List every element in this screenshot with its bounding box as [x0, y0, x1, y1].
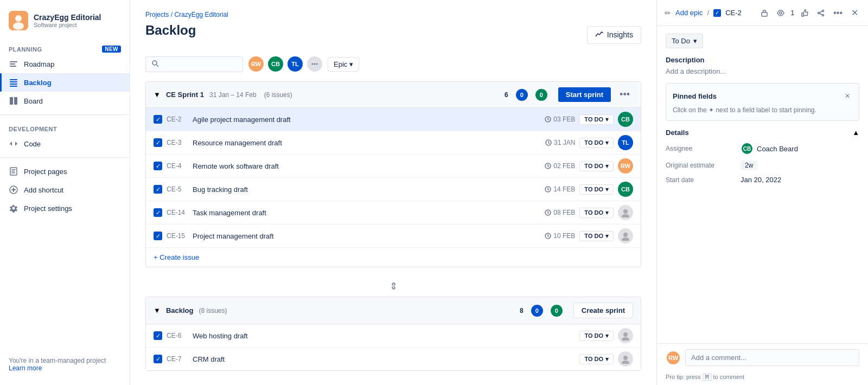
sprint-collapse-icon[interactable]: ▼: [154, 91, 161, 99]
issue-status-ce3[interactable]: TO DO ▾: [579, 138, 614, 148]
description-placeholder[interactable]: Add a description...: [666, 67, 859, 75]
breadcrumb-project[interactable]: CrazyEgg Editorial: [174, 11, 228, 18]
issue-row-ce2[interactable]: ✓ CE-2 Agile project management draft 03…: [146, 108, 641, 131]
assignee-avatar[interactable]: CB: [741, 142, 754, 155]
breadcrumb: Projects / CrazyEgg Editorial: [145, 11, 641, 18]
avatar-more[interactable]: [306, 55, 323, 73]
watch-button[interactable]: [775, 7, 787, 19]
start-date-value: Jan 20, 2022: [741, 176, 781, 184]
detail-row-estimate: Original estimate 2w: [666, 161, 859, 170]
thumbs-up-button[interactable]: [799, 7, 810, 19]
details-header[interactable]: Details ▲: [666, 129, 859, 137]
search-box[interactable]: [145, 56, 243, 72]
avatar-cb[interactable]: CB: [267, 55, 284, 73]
assignee-name: Coach Beard: [757, 145, 798, 153]
pinned-fields-title: Pinned fields: [673, 92, 717, 100]
issue-assignee-ce6[interactable]: [618, 328, 633, 343]
insights-label: Insights: [607, 30, 633, 39]
panel-checkbox: ✓: [713, 9, 721, 17]
svg-point-36: [623, 356, 628, 360]
sidebar-item-board[interactable]: Board: [0, 92, 130, 110]
avatar-tl[interactable]: TL: [286, 55, 304, 73]
avatar-group: RW CB TL: [247, 55, 323, 73]
issue-status-ce15[interactable]: TO DO ▾: [579, 231, 614, 241]
issue-title-ce2: Agile project management draft: [193, 116, 540, 124]
svg-point-2: [13, 22, 24, 30]
svg-rect-4: [10, 63, 15, 65]
search-input[interactable]: [162, 60, 237, 68]
issue-assignee-ce3[interactable]: TL: [618, 135, 633, 150]
status-dropdown[interactable]: To Do ▾: [666, 34, 703, 48]
insights-button[interactable]: Insights: [587, 26, 641, 44]
estimate-label: Original estimate: [666, 162, 736, 169]
pro-tip-key: M: [703, 373, 712, 381]
search-icon: [151, 60, 159, 69]
close-pinned-button[interactable]: ✕: [843, 90, 852, 102]
issue-id-ce6: CE-6: [167, 332, 188, 339]
svg-rect-18: [11, 189, 16, 190]
more-options-button[interactable]: •••: [831, 6, 845, 20]
lock-button[interactable]: [758, 7, 770, 19]
issue-assignee-ce14[interactable]: [618, 205, 633, 220]
edit-icon[interactable]: ✏: [665, 9, 671, 17]
issue-row-ce4[interactable]: ✓ CE-4 Remote work software draft 02 FEB…: [146, 155, 641, 178]
issue-row-ce15[interactable]: ✓ CE-15 Project management draft 10 FEB …: [146, 224, 641, 248]
svg-point-42: [818, 12, 820, 14]
sidebar-item-project-settings[interactable]: Project settings: [0, 199, 130, 217]
issue-assignee-ce2[interactable]: CB: [618, 112, 633, 127]
sprint-badge-blue: 0: [516, 89, 528, 101]
svg-rect-13: [11, 169, 16, 170]
avatar-rw[interactable]: RW: [247, 55, 265, 73]
sidebar-divider-1: [0, 114, 130, 115]
comment-input[interactable]: Add a comment...: [685, 349, 859, 366]
pin-icon: ✦: [709, 106, 716, 114]
start-sprint-button[interactable]: Start sprint: [558, 87, 611, 102]
issue-date-ce4: 02 FEB: [545, 162, 575, 170]
panel-divider: /: [707, 9, 710, 17]
epic-dropdown[interactable]: Epic ▾: [328, 57, 359, 72]
issue-row-ce6[interactable]: ✓ CE-6 Web hosting draft TO DO ▾: [146, 324, 641, 348]
issue-assignee-ce15[interactable]: [618, 228, 633, 243]
sidebar: CrazyEgg Editorial Software project PLAN…: [0, 0, 130, 385]
svg-rect-8: [10, 84, 17, 85]
new-badge: NEW: [102, 46, 121, 53]
issue-title-ce4: Remote work software draft: [193, 162, 540, 170]
sprint-header: ▼ CE Sprint 1 31 Jan – 14 Feb (6 issues)…: [146, 82, 641, 108]
issue-row-ce14[interactable]: ✓ CE-14 Task management draft 08 FEB TO …: [146, 201, 641, 224]
issue-status-ce14[interactable]: TO DO ▾: [579, 208, 614, 218]
panel-add-epic[interactable]: Add epic: [675, 9, 703, 17]
issue-status-ce6[interactable]: TO DO ▾: [579, 331, 614, 341]
issue-row-ce3[interactable]: ✓ CE-3 Resource management draft 31 JAN …: [146, 131, 641, 155]
detail-row-assignee: Assignee CB Coach Beard: [666, 142, 859, 155]
svg-point-29: [623, 209, 628, 214]
issue-row-ce7[interactable]: ✓ CE-7 CRM draft TO DO ▾: [146, 348, 641, 370]
sprint-more-button[interactable]: •••: [616, 88, 633, 101]
sidebar-item-backlog[interactable]: Backlog: [0, 73, 130, 92]
details-chevron: ▲: [852, 129, 859, 137]
estimate-badge: 2w: [741, 161, 757, 170]
sidebar-item-project-pages[interactable]: Project pages: [0, 162, 130, 181]
sidebar-item-add-shortcut[interactable]: Add shortcut: [0, 181, 130, 199]
create-sprint-button[interactable]: Create sprint: [573, 303, 633, 318]
issue-status-ce2[interactable]: TO DO ▾: [579, 114, 614, 125]
issue-assignee-ce5[interactable]: CB: [618, 182, 633, 197]
close-panel-button[interactable]: ✕: [849, 5, 860, 20]
issue-status-ce7[interactable]: TO DO ▾: [579, 354, 614, 364]
issue-assignee-ce7[interactable]: [618, 351, 633, 367]
issue-date-ce14: 08 FEB: [545, 209, 575, 216]
epic-chevron: ▾: [349, 60, 353, 68]
create-issue-button[interactable]: + Create issue: [146, 248, 641, 267]
backlog-collapse-icon[interactable]: ▼: [154, 306, 161, 315]
share-button[interactable]: [815, 7, 827, 19]
breadcrumb-projects[interactable]: Projects: [145, 11, 169, 18]
issue-row-ce5[interactable]: ✓ CE-5 Bug tracking draft 14 FEB TO DO ▾…: [146, 178, 641, 201]
epic-label: Epic: [334, 60, 347, 68]
panel-ce2-label: CE-2: [725, 9, 742, 17]
issue-status-ce5[interactable]: TO DO ▾: [579, 184, 614, 195]
learn-more-link[interactable]: Learn more: [9, 364, 42, 372]
issue-assignee-ce4[interactable]: RW: [618, 158, 633, 174]
sidebar-header: CrazyEgg Editorial Software project: [0, 7, 130, 39]
sidebar-item-code[interactable]: Code: [0, 134, 130, 153]
issue-status-ce4[interactable]: TO DO ▾: [579, 161, 614, 171]
sidebar-item-roadmap[interactable]: Roadmap: [0, 55, 130, 73]
